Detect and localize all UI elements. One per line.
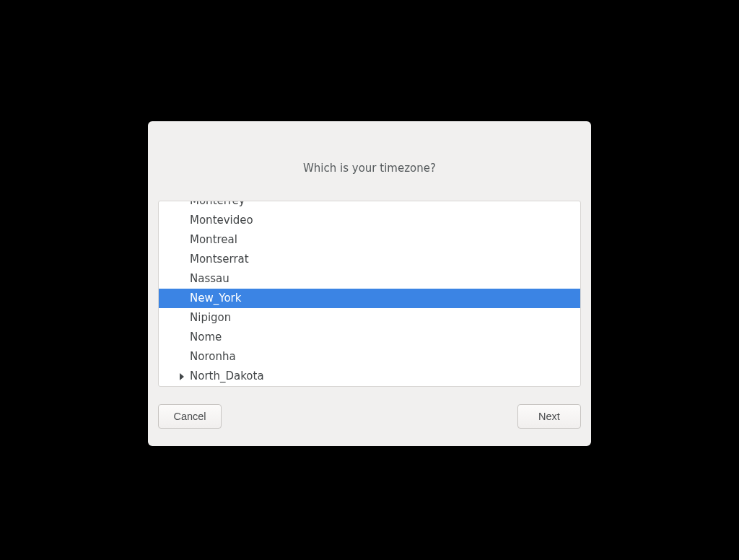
timezone-item-label: Montserrat (190, 253, 249, 266)
timezone-item-monterrey[interactable]: Monterrey (159, 201, 580, 211)
timezone-item-label: Monterrey (190, 201, 245, 207)
timezone-item-new_york[interactable]: New_York (159, 289, 580, 308)
timezone-item-montserrat[interactable]: Montserrat (159, 250, 580, 269)
timezone-item-nome[interactable]: Nome (159, 328, 580, 347)
chevron-right-icon[interactable] (177, 367, 187, 386)
timezone-item-label: Nipigon (190, 311, 231, 324)
timezone-dialog: Which is your timezone? MonterreyMontevi… (148, 121, 591, 446)
cancel-button[interactable]: Cancel (158, 404, 222, 429)
timezone-item-label: Nassau (190, 272, 229, 285)
timezone-item-nassau[interactable]: Nassau (159, 269, 580, 289)
timezone-item-noronha[interactable]: Noronha (159, 347, 580, 367)
timezone-listbox[interactable]: MonterreyMontevideoMontrealMontserratNas… (158, 201, 581, 387)
dialog-title: Which is your timezone? (158, 131, 581, 201)
timezone-item-label: Montevideo (190, 214, 253, 227)
timezone-item-nipigon[interactable]: Nipigon (159, 308, 580, 328)
dialog-button-row: Cancel Next (158, 404, 581, 429)
timezone-item-label: North_Dakota (190, 369, 264, 382)
timezone-item-label: New_York (190, 292, 241, 305)
timezone-item-label: Nome (190, 331, 222, 344)
timezone-item-north_dakota[interactable]: North_Dakota (159, 367, 580, 386)
timezone-item-montevideo[interactable]: Montevideo (159, 211, 580, 230)
timezone-item-label: Noronha (190, 350, 236, 363)
timezone-item-montreal[interactable]: Montreal (159, 230, 580, 250)
next-button[interactable]: Next (517, 404, 581, 429)
timezone-item-label: Montreal (190, 233, 237, 246)
